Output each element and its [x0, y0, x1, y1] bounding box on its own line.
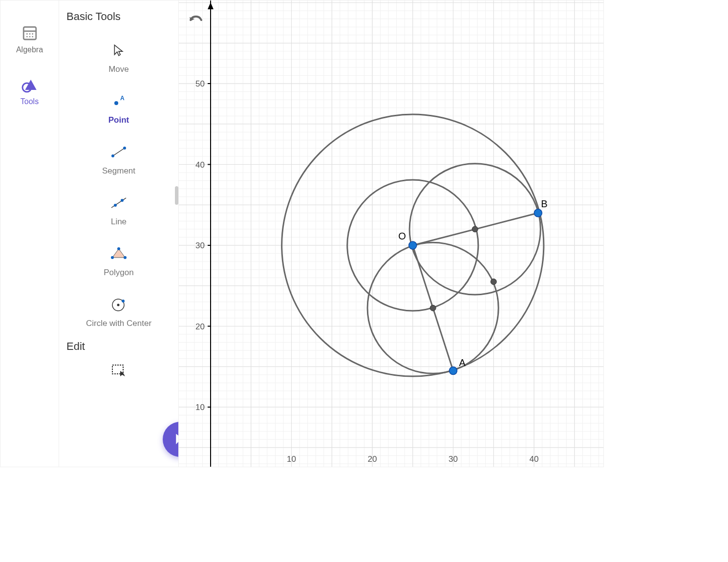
svg-text:10: 10 — [195, 403, 205, 412]
svg-point-9 — [114, 101, 118, 105]
svg-point-192 — [409, 241, 417, 249]
svg-point-5 — [26, 36, 27, 38]
scrollbar-thumb[interactable] — [175, 186, 178, 205]
tools-header: Basic Tools — [66, 10, 171, 23]
cursor-icon — [110, 42, 128, 59]
svg-point-21 — [117, 304, 120, 306]
nav-tools[interactable]: Tools — [21, 79, 39, 106]
tool-segment[interactable]: Segment — [66, 134, 171, 185]
fab-move-tool[interactable] — [163, 422, 179, 457]
shapes-icon — [21, 79, 38, 93]
svg-point-15 — [114, 204, 117, 207]
select-rect-icon — [110, 362, 128, 379]
svg-point-7 — [32, 36, 33, 38]
svg-point-2 — [26, 33, 27, 35]
segment-icon — [110, 143, 128, 161]
svg-point-6 — [29, 36, 30, 38]
svg-text:20: 20 — [368, 454, 377, 464]
svg-point-190 — [472, 226, 478, 232]
tool-point[interactable]: A Point — [66, 84, 171, 134]
tool-polygon[interactable]: Polygon — [66, 236, 171, 287]
svg-point-191 — [491, 279, 496, 284]
tool-segment-label: Segment — [102, 166, 135, 176]
svg-text:40: 40 — [195, 160, 205, 170]
svg-point-13 — [123, 147, 126, 150]
cursor-filled-icon — [173, 432, 179, 447]
calculator-icon — [21, 25, 38, 42]
svg-point-4 — [32, 33, 33, 35]
tools-panel: Basic Tools Move A Point Segment Line — [59, 0, 179, 467]
circle-center-icon — [110, 296, 128, 313]
svg-point-17 — [117, 247, 120, 250]
undo-icon — [189, 14, 203, 25]
polygon-icon — [110, 245, 128, 262]
svg-line-14 — [111, 198, 126, 208]
nav-algebra-label: Algebra — [16, 45, 43, 54]
tool-circle[interactable]: Circle with Center — [66, 287, 171, 338]
edit-header: Edit — [66, 340, 171, 353]
svg-text:A: A — [120, 95, 125, 102]
svg-text:30: 30 — [195, 241, 205, 250]
svg-point-19 — [111, 256, 114, 259]
svg-point-196 — [534, 209, 542, 217]
tool-point-label: Point — [108, 115, 129, 126]
point-icon: A — [110, 92, 128, 110]
svg-point-16 — [121, 199, 124, 202]
graphics-view[interactable]: 102030405010203040OAB — [179, 0, 603, 467]
tool-move-label: Move — [108, 64, 129, 75]
svg-point-194 — [450, 367, 457, 375]
graph-canvas: 102030405010203040OAB — [179, 0, 603, 467]
svg-point-189 — [430, 305, 436, 311]
svg-text:10: 10 — [287, 454, 296, 464]
svg-text:30: 30 — [449, 454, 458, 464]
undo-button[interactable] — [189, 14, 203, 27]
svg-line-11 — [113, 148, 125, 156]
tool-polygon-label: Polygon — [104, 267, 133, 278]
svg-text:B: B — [541, 198, 547, 209]
tool-circle-label: Circle with Center — [86, 318, 151, 329]
tool-line[interactable]: Line — [66, 185, 171, 236]
svg-text:O: O — [398, 231, 406, 241]
tool-move[interactable]: Move — [66, 33, 171, 84]
tool-line-label: Line — [111, 216, 127, 227]
svg-point-22 — [122, 300, 125, 303]
svg-text:20: 20 — [195, 322, 205, 331]
svg-text:50: 50 — [195, 79, 205, 88]
svg-point-3 — [29, 33, 30, 35]
svg-text:40: 40 — [530, 454, 539, 464]
view-switcher: Algebra Tools — [0, 0, 59, 467]
svg-text:A: A — [459, 357, 466, 368]
nav-tools-label: Tools — [21, 97, 39, 106]
line-icon — [110, 194, 128, 212]
svg-point-18 — [124, 256, 127, 259]
svg-point-12 — [111, 154, 114, 157]
nav-algebra[interactable]: Algebra — [16, 25, 43, 54]
tool-select[interactable] — [66, 353, 171, 379]
